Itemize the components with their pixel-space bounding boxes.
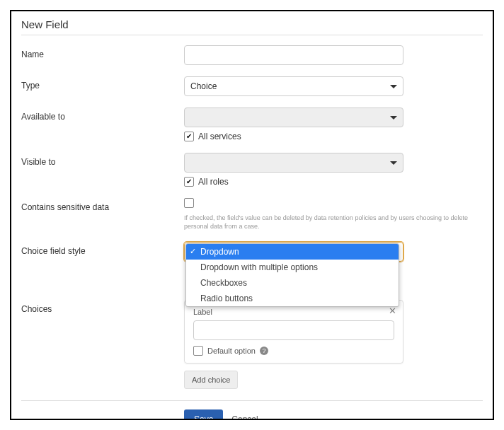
field-sensitive: If checked, the field's value can be del… <box>184 198 481 231</box>
form: Name Type Choice Available to <box>21 45 483 420</box>
row-choices: Choices ✕ Label Default option ? Add cho… <box>21 300 483 389</box>
visible-to-select[interactable] <box>184 153 403 173</box>
label-style: Choice field style <box>21 242 184 256</box>
all-roles-row: All roles <box>184 177 403 187</box>
choice-label-input[interactable] <box>193 320 394 340</box>
name-input[interactable] <box>184 45 403 65</box>
field-type: Choice <box>184 76 403 96</box>
label-name: Name <box>21 45 184 59</box>
all-roles-checkbox[interactable] <box>184 177 194 187</box>
type-select-value: Choice <box>190 81 217 91</box>
label-sensitive: Contains sensitive data <box>21 198 184 212</box>
remove-choice-icon[interactable]: ✕ <box>387 306 397 316</box>
style-select-open[interactable]: Dropdown Dropdown with multiple options … <box>184 242 403 262</box>
new-field-dialog: New Field Name Type Choice Available to <box>10 10 494 420</box>
type-select[interactable]: Choice <box>184 76 403 96</box>
label-type: Type <box>21 76 184 91</box>
style-option-dropdown[interactable]: Dropdown <box>186 244 399 260</box>
caret-down-icon <box>390 116 397 120</box>
sensitive-checkbox[interactable] <box>184 198 194 208</box>
footer-divider <box>21 400 483 401</box>
title-divider <box>21 35 483 35</box>
label-visible-to: Visible to <box>21 153 184 167</box>
available-to-select[interactable] <box>184 108 403 127</box>
caret-down-icon <box>390 161 397 165</box>
label-choices: Choices <box>21 300 184 314</box>
default-option-label: Default option <box>207 347 256 355</box>
label-available-to: Available to <box>21 108 184 122</box>
field-style: Dropdown Dropdown with multiple options … <box>184 242 403 262</box>
sensitive-helper-text: If checked, the field's value can be del… <box>184 214 481 231</box>
row-visible-to: Visible to All roles <box>21 153 483 187</box>
caret-down-icon <box>390 85 397 88</box>
footer-buttons: Save Cancel <box>184 409 483 420</box>
choice-card: ✕ Label Default option ? <box>184 300 403 364</box>
add-choice-button[interactable]: Add choice <box>184 371 238 389</box>
default-option-checkbox[interactable] <box>193 346 203 356</box>
help-icon[interactable]: ? <box>260 347 268 355</box>
cancel-button[interactable]: Cancel <box>231 414 258 420</box>
all-services-row: All services <box>184 132 403 141</box>
page-title: New Field <box>21 17 483 35</box>
all-services-label: All services <box>198 132 241 141</box>
row-name: Name <box>21 45 483 65</box>
row-sensitive: Contains sensitive data If checked, the … <box>21 198 483 231</box>
style-select-menu: Dropdown Dropdown with multiple options … <box>185 243 399 307</box>
all-services-checkbox[interactable] <box>184 132 194 141</box>
style-option-dropdown-multiple[interactable]: Dropdown with multiple options <box>186 260 399 275</box>
row-available-to: Available to All services <box>21 108 483 141</box>
style-option-checkboxes[interactable]: Checkboxes <box>186 275 399 291</box>
style-option-radio[interactable]: Radio buttons <box>186 291 399 306</box>
field-available-to: All services <box>184 108 403 141</box>
field-name <box>184 45 403 65</box>
row-style: Choice field style Dropdown Dropdown wit… <box>21 242 483 262</box>
choice-label-heading: Label <box>193 308 394 316</box>
row-type: Type Choice <box>21 76 483 96</box>
default-option-row: Default option ? <box>193 346 394 356</box>
save-button[interactable]: Save <box>184 409 223 420</box>
field-choices: ✕ Label Default option ? Add choice <box>184 300 403 389</box>
field-visible-to: All roles <box>184 153 403 187</box>
all-roles-label: All roles <box>198 177 229 187</box>
